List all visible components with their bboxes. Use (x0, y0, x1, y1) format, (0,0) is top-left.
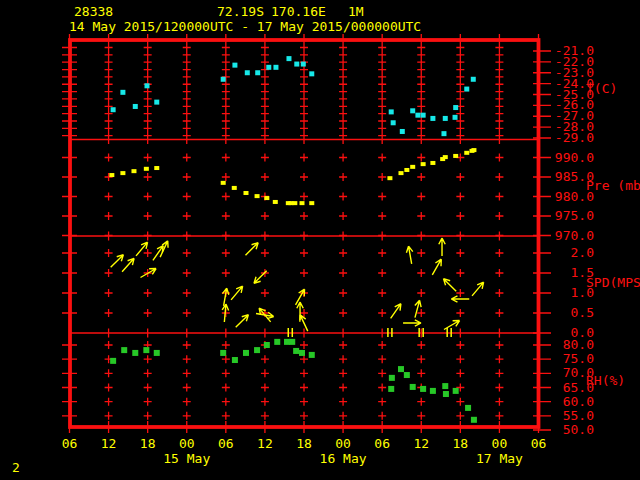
speed-tick-label: 0.5 (550, 306, 594, 320)
wind-arrow (111, 255, 124, 268)
pressure-point (387, 176, 392, 180)
wind-speed-unit-label: SPD(MPS) (586, 276, 640, 290)
temperature-point (294, 62, 299, 67)
humidity-point (110, 358, 116, 364)
x-tick-label: 06 (531, 437, 547, 451)
x-tick-label: 12 (257, 437, 273, 451)
speed-tick-label: 2.0 (550, 246, 594, 260)
pressure-point (430, 161, 435, 165)
humidity-point (453, 388, 459, 394)
humidity-point (264, 342, 270, 348)
pressure-point (410, 165, 415, 169)
wind-arrow (122, 258, 134, 271)
humidity-point (410, 384, 416, 390)
pressure-point (453, 154, 458, 158)
humidity-point (404, 372, 410, 378)
wind-arrow (231, 286, 243, 300)
wind-arrow (443, 279, 456, 292)
temperature-point (441, 131, 446, 136)
temperature-point (410, 108, 415, 113)
humidity-point (254, 347, 260, 353)
pressure-point (221, 181, 226, 185)
humidity-tick-label: 60.0 (550, 395, 594, 409)
temperature-point (389, 109, 394, 114)
temperature-point (421, 113, 426, 118)
x-tick-label: 18 (140, 437, 156, 451)
pressure-point (471, 148, 476, 152)
pressure-point (299, 201, 304, 205)
temperature-point (133, 104, 138, 109)
grid-crosses (62, 34, 551, 433)
temperature-point (309, 71, 314, 76)
pressure-point (421, 162, 426, 166)
date-label: 16 May (320, 452, 367, 466)
x-tick-label: 06 (218, 437, 234, 451)
pressure-point (398, 171, 403, 175)
humidity-point (299, 350, 305, 356)
temperature-point (301, 62, 306, 67)
x-tick-label: 06 (62, 437, 78, 451)
humidity-point (398, 366, 404, 372)
x-tick-label: 00 (179, 437, 195, 451)
pressure-tick-label: 970.0 (550, 229, 594, 243)
pressure-unit-label: Pre (mb) (586, 179, 640, 193)
pressure-tick-label: 990.0 (550, 151, 594, 165)
wind-arrow (472, 282, 484, 296)
humidity-unit-label: RH(%) (586, 374, 625, 388)
pressure-point (243, 191, 248, 195)
x-tick-label: 06 (374, 437, 390, 451)
pressure-point (292, 201, 297, 205)
humidity-point (284, 339, 290, 345)
humidity-point (289, 339, 295, 345)
pressure-point (109, 173, 114, 177)
plot-area (0, 0, 640, 480)
humidity-point (243, 350, 249, 356)
temperature-point (154, 100, 159, 105)
pressure-point (404, 168, 409, 172)
humidity-point (309, 352, 315, 358)
humidity-tick-label: 50.0 (550, 423, 594, 437)
page-number: 2 (12, 461, 20, 475)
temperature-point (266, 65, 271, 70)
wind-arrow (415, 300, 421, 317)
humidity-tick-label: 55.0 (550, 409, 594, 423)
humidity-point (274, 339, 280, 345)
pressure-point (255, 194, 260, 198)
pressure-tick-label: 975.0 (550, 209, 594, 223)
pressure-point (131, 169, 136, 173)
x-tick-label: 12 (413, 437, 429, 451)
wind-arrow (245, 243, 258, 256)
humidity-point (388, 386, 394, 392)
temperature-point (391, 120, 396, 125)
humidity-point (143, 347, 149, 353)
temperature-point (453, 115, 458, 120)
temperature-tick-label: -29.0 (550, 131, 594, 145)
x-tick-label: 18 (296, 437, 312, 451)
x-tick-label: 18 (453, 437, 469, 451)
humidity-point (471, 417, 477, 423)
humidity-point (389, 375, 395, 381)
pressure-point (154, 166, 159, 170)
temperature-point (144, 83, 149, 88)
humidity-point (442, 383, 448, 389)
pressure-point (144, 167, 149, 171)
temperature-point (245, 70, 250, 75)
meteogram-screen: 28338 72.19S 170.16E 1M 14 May 2015/1200… (0, 0, 640, 480)
temperature-point (255, 70, 260, 75)
x-tick-label: 12 (101, 437, 117, 451)
humidity-point (293, 348, 299, 354)
humidity-point (220, 350, 226, 356)
humidity-point (443, 391, 449, 397)
temperature-point (273, 65, 278, 70)
wind-arrow (222, 288, 228, 306)
pressure-point (464, 151, 469, 155)
date-label: 15 May (163, 452, 210, 466)
pressure-point (232, 186, 237, 190)
wind-arrow (432, 259, 441, 275)
pressure-point (443, 155, 448, 159)
humidity-point (132, 350, 138, 356)
wind-arrow (439, 238, 445, 256)
pressure-point (264, 196, 269, 200)
wind-arrow (406, 246, 412, 264)
temperature-unit-label: T(C) (586, 82, 617, 96)
